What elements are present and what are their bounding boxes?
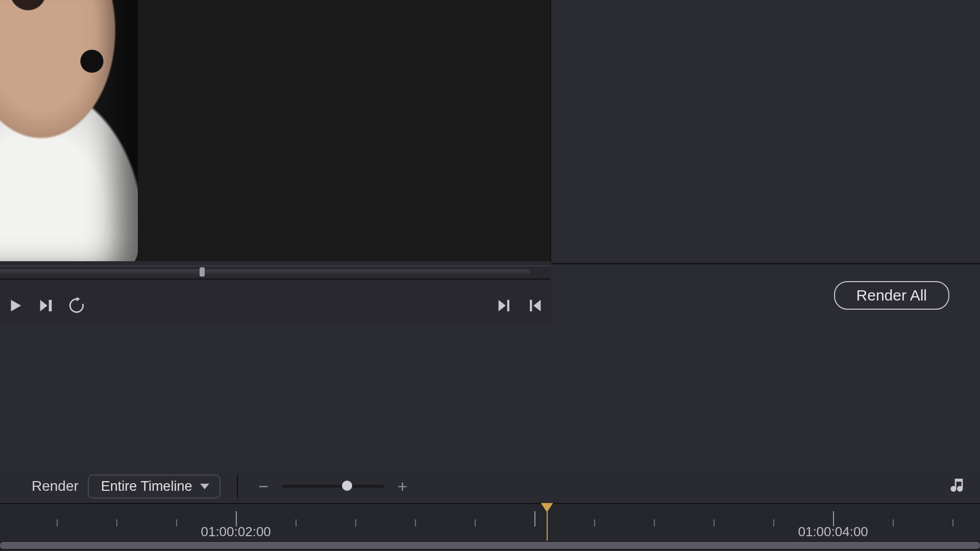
jump-end-button[interactable]	[489, 290, 520, 321]
ruler-tick-minor	[594, 519, 595, 527]
zoom-slider[interactable]	[282, 485, 384, 488]
jump-start-icon	[526, 297, 544, 314]
render-all-button[interactable]: Render All	[834, 281, 949, 310]
loop-button[interactable]	[61, 290, 92, 321]
ruler-tick-major	[534, 511, 535, 527]
transport-bar	[0, 286, 550, 327]
ruler-tick-minor	[176, 519, 177, 527]
timeline-hscroll[interactable]	[0, 541, 980, 550]
timeline-hscroll-thumb[interactable]	[0, 542, 980, 549]
jump-start-button[interactable]	[520, 290, 550, 321]
ruler-tick-minor	[475, 519, 476, 527]
ruler-tick-minor	[893, 519, 894, 527]
ruler-tick-minor	[952, 519, 953, 527]
music-note-icon	[948, 477, 966, 494]
ruler-timecode: 01:00:04:00	[798, 524, 868, 540]
zoom-out-button[interactable]: −	[254, 477, 273, 495]
next-frame-button[interactable]	[31, 290, 61, 321]
divider	[237, 474, 238, 498]
render-queue-bar: Render All	[551, 263, 980, 328]
zoom-slider-thumb[interactable]	[342, 481, 352, 491]
ruler-tick-minor	[296, 519, 297, 527]
viewer-scrubber-handle[interactable]	[200, 267, 205, 277]
side-panel	[550, 0, 980, 261]
loop-icon	[68, 297, 85, 314]
timeline-header: Render Entire Timeline − +	[0, 469, 980, 504]
render-label: Render	[32, 478, 79, 494]
ruler-tick-minor	[773, 519, 774, 527]
zoom-in-button[interactable]: +	[393, 477, 411, 495]
viewer-scrubber[interactable]	[0, 265, 550, 280]
chevron-down-icon	[200, 484, 209, 489]
play-icon	[7, 297, 24, 314]
preview-viewer[interactable]	[0, 0, 550, 261]
ruler-tick-minor	[654, 519, 655, 527]
ruler-timecode: 01:00:02:00	[201, 524, 271, 540]
timeline-zoom: − +	[254, 477, 411, 495]
render-scope-value: Entire Timeline	[101, 479, 192, 494]
ruler-tick-minor	[415, 519, 416, 527]
ruler-tick-minor	[116, 519, 117, 527]
audio-toggle-button[interactable]	[948, 477, 966, 496]
timeline-empty-area	[0, 325, 980, 470]
viewer-row	[0, 0, 980, 261]
jump-end-icon	[496, 297, 513, 314]
next-frame-icon	[37, 297, 55, 314]
video-frame	[0, 0, 138, 261]
timeline-ruler[interactable]: 01:00:02:0001:00:04:00	[0, 504, 980, 540]
viewer-scrubber-track	[0, 269, 530, 274]
render-scope-select[interactable]: Entire Timeline	[88, 474, 221, 498]
ruler-tick-minor	[57, 519, 58, 527]
ruler-tick-minor	[355, 519, 356, 527]
play-button[interactable]	[0, 290, 31, 321]
ruler-tick-minor	[714, 519, 715, 527]
